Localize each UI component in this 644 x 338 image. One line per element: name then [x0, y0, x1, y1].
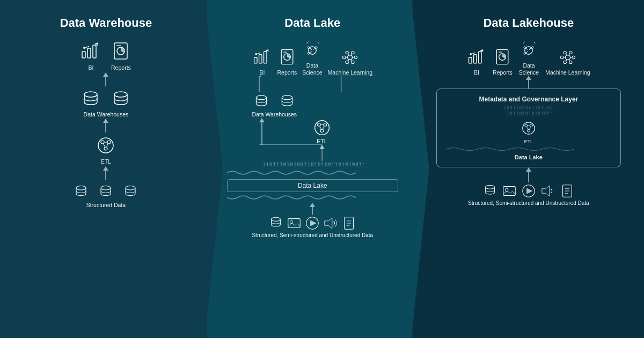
dl-dw-label: Data Warehouses — [252, 111, 297, 118]
svg-point-103 — [523, 122, 535, 134]
dw-title: Data Warehouse — [11, 16, 201, 30]
dl-src-audio-icon — [323, 216, 338, 231]
svg-point-37 — [354, 56, 357, 58]
dw-sources-row — [73, 182, 138, 201]
dl-bi-box: BI — [252, 48, 272, 76]
dlh-etl-small-label: ETL — [524, 139, 533, 144]
dl-ml-label: Machine Learning — [328, 69, 372, 76]
dw-arrow-1 — [103, 72, 108, 87]
dlh-governance-label: Metadata and Governance Layer — [445, 95, 611, 103]
dw-warehouse1-icon — [80, 89, 101, 110]
dw-structured-label: Structured Data — [86, 202, 126, 209]
db-source1-icon — [73, 182, 89, 201]
dl-arrow-sources — [310, 203, 315, 215]
dlh-src-doc-icon — [560, 183, 575, 199]
svg-rect-75 — [469, 57, 472, 63]
dlh-bi-box: BI — [467, 48, 486, 76]
dl-lake-area: 1̃1̃0̃1̃1̃1̃0̃1̃0̃1̃0̃0̃1̃1̃0̃1̃0̃1̃0̃0̃… — [227, 161, 398, 203]
svg-point-67 — [290, 221, 294, 224]
svg-point-8 — [84, 92, 97, 97]
dw-etl-label: ETL — [101, 158, 111, 165]
dlh-src-db-icon — [482, 182, 497, 199]
dlh-sources-label: Structured, Semi-structured and Unstruct… — [468, 200, 589, 207]
dw-arrow-3 — [103, 166, 108, 181]
svg-point-29 — [308, 47, 310, 49]
svg-point-91 — [560, 56, 563, 58]
dlh-binary-bg: 1001101061101201 1̃0̃1̃1̃0̃1̃0̃1̃0̃1̃0̃1… — [445, 105, 611, 117]
dl-dw-group: Data Warehouses — [227, 92, 322, 118]
svg-line-15 — [104, 144, 106, 148]
dl-output-row: BI Reports — [252, 41, 372, 76]
dlh-ml-label: Machine Learning — [545, 69, 590, 76]
dlh-ml-box: Machine Learning — [545, 48, 590, 76]
dlh-gov-wave — [445, 146, 611, 152]
database-icon — [80, 89, 101, 110]
dlh-sources-row — [482, 182, 575, 199]
svg-point-65 — [272, 217, 281, 221]
dw-output-row: BI Reports — [80, 41, 131, 71]
svg-marker-70 — [325, 218, 332, 229]
dl-datascience-icon — [303, 41, 322, 60]
dl-wave-svg — [227, 170, 398, 176]
svg-point-19 — [126, 186, 135, 190]
dw-warehouses-label: Data Warehouses — [84, 111, 129, 118]
dlh-ds-label: DataScience — [519, 62, 539, 76]
svg-point-24 — [255, 53, 258, 55]
dw-bi-icon-box: BI — [80, 41, 101, 71]
svg-point-92 — [572, 56, 575, 58]
dl-reports-box: Reports — [277, 48, 297, 76]
svg-point-86 — [524, 53, 526, 55]
dw-etl-icon-box: ETL — [95, 135, 116, 165]
svg-point-9 — [114, 92, 127, 97]
svg-rect-21 — [259, 54, 262, 63]
svg-marker-69 — [311, 221, 317, 226]
svg-point-105 — [530, 124, 532, 127]
dlh-etl-small-box: ETL — [520, 120, 537, 144]
dlh-reports-icon — [493, 48, 512, 67]
svg-marker-114 — [526, 188, 532, 194]
svg-marker-115 — [542, 186, 550, 196]
svg-point-84 — [524, 47, 526, 49]
dl-reports-label: Reports — [277, 69, 297, 76]
dlh-datascience-box: DataScience — [519, 41, 539, 76]
dl-title: Data Lake — [217, 16, 408, 30]
dl-sources-label: Structured, Semi-structured and Unstruct… — [252, 232, 373, 239]
dl-bi-label: BI — [259, 69, 265, 76]
dlh-src-audio-icon — [540, 183, 555, 199]
dl-connector-up — [217, 76, 408, 92]
dl-bi-icon — [252, 48, 272, 67]
dl-arrow-lake-etl — [217, 145, 408, 161]
dl-lake-label: Data Lake — [298, 182, 327, 189]
svg-point-35 — [348, 55, 353, 60]
dl-connector-etl — [217, 118, 408, 145]
db-source2-icon — [98, 182, 114, 201]
dw-bi-label: BI — [88, 64, 93, 71]
bi-chart-icon — [80, 41, 101, 62]
dl-reports-icon — [277, 48, 297, 67]
dl-content: BI Reports — [217, 41, 408, 327]
dl-src-video-icon — [305, 216, 320, 231]
svg-point-104 — [525, 124, 528, 127]
dl-lake-box: Data Lake — [227, 179, 398, 192]
etl-icon — [95, 135, 116, 156]
svg-rect-111 — [503, 186, 515, 195]
dl-warehouses-row — [253, 92, 296, 111]
svg-point-31 — [308, 53, 310, 55]
dl-lines-svg — [217, 76, 408, 92]
dlh-reports-label: Reports — [493, 69, 513, 76]
svg-line-108 — [526, 127, 528, 130]
svg-point-13 — [104, 147, 107, 150]
svg-point-36 — [343, 56, 346, 58]
dlh-bi-label: BI — [474, 69, 479, 76]
dlh-src-img-icon — [502, 183, 517, 199]
data-lake-section: Data Lake BI — [207, 0, 429, 338]
dl-wave-svg2 — [227, 194, 398, 201]
svg-line-88 — [529, 48, 532, 50]
svg-point-18 — [101, 186, 111, 190]
dl-arrow-svg2 — [217, 145, 408, 161]
dlh-content: BI Reports — [424, 41, 633, 327]
svg-point-30 — [315, 47, 317, 49]
dlh-lake-inside-gov: Data Lake — [445, 154, 611, 160]
dl-datascience-box: DataScience — [302, 41, 322, 76]
dl-db2-icon — [279, 92, 296, 111]
